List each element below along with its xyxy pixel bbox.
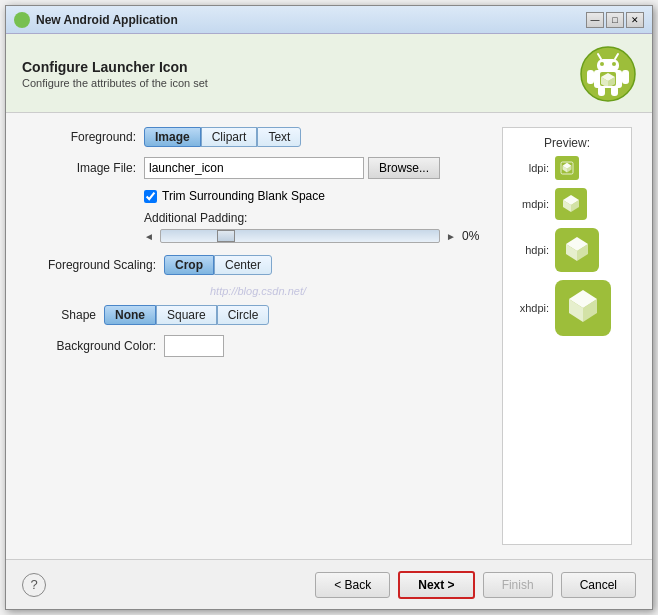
android-icon-mdpi xyxy=(555,188,587,220)
svg-point-3 xyxy=(600,62,604,66)
preview-mdpi: mdpi: xyxy=(511,188,623,220)
scaling-label: Foreground Scaling: xyxy=(26,258,156,272)
back-button[interactable]: < Back xyxy=(315,572,390,598)
svg-rect-8 xyxy=(622,70,629,84)
scaling-center-btn[interactable]: Center xyxy=(214,255,272,275)
mdpi-label: mdpi: xyxy=(511,198,549,210)
image-file-row: Image File: Browse... xyxy=(26,157,490,179)
shape-none-btn[interactable]: None xyxy=(104,305,156,325)
footer: ? < Back Next > Finish Cancel xyxy=(6,559,652,609)
shape-circle-btn[interactable]: Circle xyxy=(217,305,270,325)
cancel-button[interactable]: Cancel xyxy=(561,572,636,598)
shape-btn-group: None Square Circle xyxy=(104,305,269,325)
foreground-label: Foreground: xyxy=(26,130,136,144)
header-section: Configure Launcher Icon Configure the at… xyxy=(6,34,652,113)
trim-checkbox[interactable] xyxy=(144,190,157,203)
trim-label: Trim Surrounding Blank Space xyxy=(162,189,325,203)
finish-button[interactable]: Finish xyxy=(483,572,553,598)
image-file-input[interactable] xyxy=(144,157,364,179)
android-icon-hdpi xyxy=(555,228,599,272)
slider-row: ◄ ► 0% xyxy=(144,229,490,243)
slider-track[interactable] xyxy=(160,229,440,243)
slider-left-arrow: ◄ xyxy=(144,231,154,242)
foreground-text-btn[interactable]: Text xyxy=(257,127,301,147)
color-swatch[interactable] xyxy=(164,335,224,357)
preview-label: Preview: xyxy=(511,136,623,150)
svg-rect-9 xyxy=(598,86,605,96)
close-button[interactable]: ✕ xyxy=(626,12,644,28)
padding-percent: 0% xyxy=(462,229,490,243)
footer-buttons: < Back Next > Finish Cancel xyxy=(315,571,636,599)
help-button[interactable]: ? xyxy=(22,573,46,597)
foreground-row: Foreground: Image Clipart Text xyxy=(26,127,490,147)
hdpi-label: hdpi: xyxy=(511,244,549,256)
preview-hdpi: hdpi: xyxy=(511,228,623,272)
foreground-btn-group: Image Clipart Text xyxy=(144,127,301,147)
main-window: New Android Application — □ ✕ Configure … xyxy=(5,5,653,610)
svg-point-4 xyxy=(612,62,616,66)
page-subtitle: Configure the attributes of the icon set xyxy=(22,77,208,89)
svg-rect-7 xyxy=(587,70,594,84)
android-icon-xhdpi xyxy=(555,280,611,336)
title-bar: New Android Application — □ ✕ xyxy=(6,6,652,34)
svg-rect-2 xyxy=(597,59,619,72)
ldpi-label: ldpi: xyxy=(511,162,549,174)
scaling-btn-group: Crop Center xyxy=(164,255,272,275)
background-color-row: Background Color: xyxy=(26,335,490,357)
foreground-image-btn[interactable]: Image xyxy=(144,127,201,147)
android-logo xyxy=(580,46,636,102)
left-panel: Foreground: Image Clipart Text Image Fil… xyxy=(26,127,490,545)
shape-label: Shape xyxy=(26,308,96,322)
watermark: http://blog.csdn.net/ xyxy=(26,285,490,297)
content-area: Foreground: Image Clipart Text Image Fil… xyxy=(6,113,652,559)
window-icon xyxy=(14,12,30,28)
slider-right-arrow: ► xyxy=(446,231,456,242)
window-title: New Android Application xyxy=(36,13,586,27)
preview-xhdpi: xhdpi: xyxy=(511,280,623,336)
maximize-button[interactable]: □ xyxy=(606,12,624,28)
background-color-label: Background Color: xyxy=(26,339,156,353)
scaling-crop-btn[interactable]: Crop xyxy=(164,255,214,275)
shape-row: Shape None Square Circle xyxy=(26,305,490,325)
scaling-row: Foreground Scaling: Crop Center xyxy=(26,255,490,275)
padding-label: Additional Padding: xyxy=(144,211,490,225)
minimize-button[interactable]: — xyxy=(586,12,604,28)
browse-button[interactable]: Browse... xyxy=(368,157,440,179)
xhdpi-label: xhdpi: xyxy=(511,302,549,314)
preview-section: ldpi: mdpi: xyxy=(511,156,623,336)
right-panel: Preview: ldpi: mdpi: xyxy=(502,127,632,545)
svg-rect-10 xyxy=(611,86,618,96)
slider-thumb[interactable] xyxy=(217,230,235,242)
page-title: Configure Launcher Icon xyxy=(22,59,208,75)
foreground-clipart-btn[interactable]: Clipart xyxy=(201,127,258,147)
trim-row: Trim Surrounding Blank Space xyxy=(144,189,490,203)
image-file-label: Image File: xyxy=(26,161,136,175)
android-icon-ldpi xyxy=(555,156,579,180)
shape-square-btn[interactable]: Square xyxy=(156,305,217,325)
header-text: Configure Launcher Icon Configure the at… xyxy=(22,59,208,89)
title-bar-controls: — □ ✕ xyxy=(586,12,644,28)
next-button[interactable]: Next > xyxy=(398,571,474,599)
preview-ldpi: ldpi: xyxy=(511,156,623,180)
